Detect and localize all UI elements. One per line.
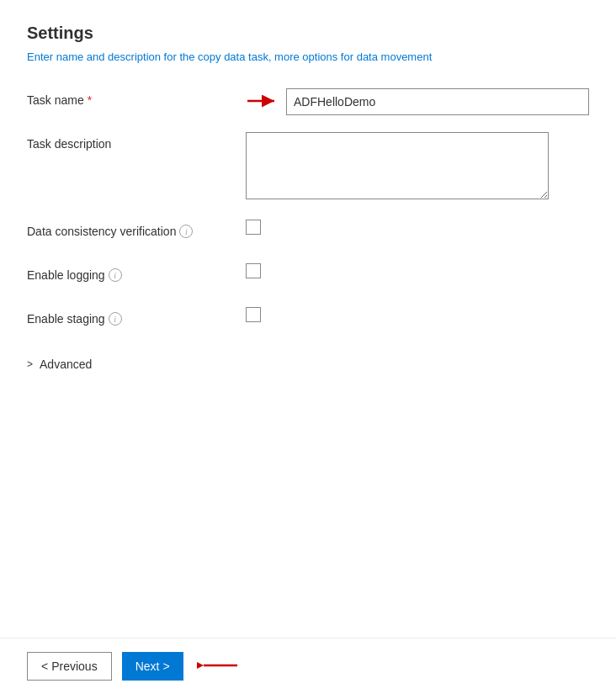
- next-arrow-indicator: [197, 657, 239, 676]
- page-title: Settings: [27, 24, 589, 43]
- next-chevron-icon: >: [162, 660, 169, 673]
- data-consistency-control: [246, 220, 589, 235]
- enable-logging-info-icon[interactable]: i: [109, 268, 122, 282]
- advanced-chevron-icon: >: [27, 358, 33, 370]
- task-name-row: Task name *: [27, 88, 589, 115]
- page-description: Enter name and description for the copy …: [27, 50, 589, 65]
- footer-bar: < Previous Next >: [0, 638, 616, 694]
- previous-chevron-icon: <: [41, 660, 48, 673]
- task-description-label: Task description: [27, 132, 246, 151]
- enable-staging-label: Enable staging i: [27, 307, 246, 326]
- task-name-wrapper: [246, 88, 589, 115]
- next-button[interactable]: Next >: [122, 652, 183, 681]
- enable-staging-info-icon[interactable]: i: [109, 312, 122, 326]
- enable-staging-control: [246, 307, 589, 322]
- data-consistency-info-icon[interactable]: i: [179, 225, 193, 238]
- next-button-wrapper: Next >: [122, 652, 239, 681]
- previous-button[interactable]: < Previous: [27, 652, 112, 681]
- advanced-label: Advanced: [40, 358, 92, 371]
- enable-logging-checkbox[interactable]: [246, 263, 261, 278]
- data-consistency-label: Data consistency verification i: [27, 220, 246, 238]
- page-container: Settings Enter name and description for …: [0, 0, 616, 694]
- task-name-arrow-indicator: [246, 93, 279, 112]
- task-name-control: [246, 88, 589, 115]
- settings-form: Task name *: [27, 88, 589, 374]
- task-name-input[interactable]: [286, 88, 589, 115]
- enable-logging-row: Enable logging i: [27, 263, 589, 290]
- task-description-row: Task description: [27, 132, 589, 199]
- enable-logging-label: Enable logging i: [27, 263, 246, 282]
- task-description-control: [246, 132, 589, 199]
- required-indicator: *: [88, 93, 92, 107]
- advanced-toggle[interactable]: > Advanced: [27, 354, 589, 374]
- data-consistency-row: Data consistency verification i: [27, 220, 589, 246]
- content-area: Settings Enter name and description for …: [0, 0, 616, 638]
- task-description-input[interactable]: [246, 132, 549, 199]
- enable-staging-checkbox[interactable]: [246, 307, 261, 322]
- enable-logging-control: [246, 263, 589, 278]
- enable-staging-row: Enable staging i: [27, 307, 589, 334]
- task-name-label: Task name *: [27, 88, 246, 107]
- data-consistency-checkbox[interactable]: [246, 220, 261, 235]
